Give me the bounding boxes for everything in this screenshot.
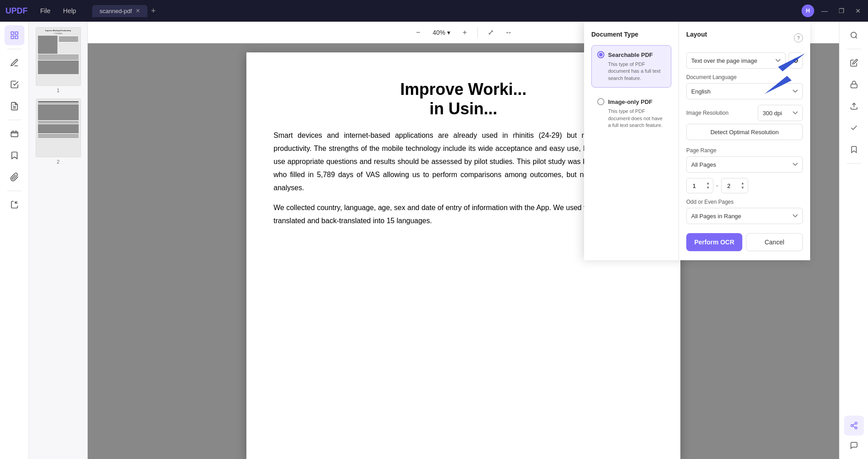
page-from-down[interactable]: ▼	[706, 186, 710, 190]
svg-line-16	[853, 426, 855, 427]
ocr-dialog: Document Type Searchable PDF This type o…	[584, 22, 810, 260]
main-area: Improve Working Productivity in Using Ap…	[0, 22, 868, 459]
page-from-field[interactable]	[689, 183, 706, 189]
fit-width-button[interactable]: ↔	[501, 25, 516, 40]
tool-layers[interactable]	[5, 25, 24, 45]
searchable-pdf-radio[interactable]	[597, 51, 604, 58]
content-area: − 40% ▾ + ⤢ ↔ Improve Worki...in Usin...…	[88, 22, 839, 459]
svg-rect-3	[15, 36, 18, 39]
tool-edit[interactable]	[5, 53, 24, 73]
tool-divider-3	[7, 191, 22, 191]
tool-ocr[interactable]	[5, 124, 24, 144]
nav-help[interactable]: Help	[58, 5, 82, 16]
right-sidebar	[839, 22, 868, 459]
titlebar-right: H — ❐ ✕	[802, 5, 868, 17]
text-placement-select[interactable]: Text over the page image	[686, 52, 786, 69]
searchable-pdf-label: Searchable PDF	[608, 52, 653, 58]
page-from-stepper[interactable]: ▲ ▼	[706, 181, 710, 190]
svg-rect-1	[15, 32, 18, 35]
thumbnail-page-1[interactable]: Improve Working Productivity in Using Ap…	[33, 27, 84, 93]
tab-close-button[interactable]: ✕	[136, 8, 140, 14]
svg-line-7	[15, 201, 17, 203]
page-to-stepper[interactable]: ▲ ▼	[741, 181, 745, 190]
tool-annotate[interactable]	[5, 75, 24, 94]
searchable-pdf-desc: This type of PDF document has a full tex…	[597, 61, 665, 82]
svg-rect-6	[11, 132, 18, 137]
left-sidebar	[0, 22, 29, 459]
page-to-field[interactable]	[724, 183, 741, 189]
perform-ocr-button[interactable]: Perform OCR	[686, 233, 742, 251]
layout-header: Layout ?	[686, 31, 803, 45]
right-upload-button[interactable]	[844, 96, 864, 116]
fit-page-button[interactable]: ⤢	[483, 25, 498, 40]
tool-divider-2	[7, 120, 22, 120]
right-search-button[interactable]	[844, 25, 864, 45]
searchable-pdf-option[interactable]: Searchable PDF This type of PDF document…	[591, 45, 671, 88]
close-button[interactable]: ✕	[852, 5, 864, 16]
language-select[interactable]: English	[686, 83, 803, 99]
page-range-inputs: ▲ ▼ - ▲ ▼	[686, 178, 803, 193]
minimize-button[interactable]: —	[818, 5, 831, 16]
svg-rect-2	[11, 36, 14, 39]
titlebar: UPDF File Help scanned-pdf ✕ + H — ❐ ✕	[0, 0, 868, 22]
page-range-select[interactable]: All Pages	[686, 156, 803, 173]
image-only-label: Image-only PDF	[608, 98, 652, 105]
resolution-select[interactable]: 300 dpi	[758, 105, 803, 121]
image-only-option[interactable]: Image-only PDF This type of PDF document…	[591, 92, 671, 135]
doc-language-section: Document Language	[686, 74, 803, 80]
right-bookmark-button[interactable]	[844, 140, 864, 159]
detect-resolution-button[interactable]: Detect Optimal Resolution	[686, 124, 803, 140]
right-divider-1	[847, 49, 861, 49]
image-only-radio[interactable]	[597, 98, 604, 105]
svg-rect-0	[11, 32, 14, 35]
layout-title: Layout	[686, 31, 707, 38]
help-icon[interactable]: ?	[794, 33, 803, 42]
right-chat-button[interactable]	[844, 436, 864, 455]
maximize-button[interactable]: ❐	[835, 5, 848, 16]
right-lock-button[interactable]	[844, 75, 864, 94]
page-from-input[interactable]: ▲ ▼	[686, 178, 713, 193]
cancel-button[interactable]: Cancel	[746, 233, 803, 251]
zoom-display[interactable]: 40% ▾	[429, 27, 454, 38]
thumb-page-num-1: 1	[57, 88, 59, 93]
action-row: Perform OCR Cancel	[686, 233, 803, 251]
odd-even-select[interactable]: All Pages in Range	[686, 208, 803, 224]
page-to-input[interactable]: ▲ ▼	[721, 178, 748, 193]
tab-area: scanned-pdf ✕ +	[92, 5, 798, 17]
thumb-img-2	[36, 98, 81, 157]
zoom-out-button[interactable]: −	[411, 25, 425, 40]
tool-forms[interactable]	[5, 96, 24, 116]
right-divider-2	[847, 163, 861, 164]
doc-type-title: Document Type	[591, 31, 671, 38]
nav-file[interactable]: File	[35, 5, 56, 16]
svg-line-10	[855, 37, 857, 38]
page-range-dash: -	[716, 182, 718, 189]
image-only-desc: This type of PDF document does not have …	[597, 108, 665, 129]
thumbnails-panel: Improve Working Productivity in Using Ap…	[29, 22, 88, 459]
add-tab-button[interactable]: +	[147, 6, 160, 16]
page-range-label: Page Range	[686, 147, 803, 154]
titlebar-nav: File Help	[35, 5, 81, 16]
zoom-in-button[interactable]: +	[458, 25, 472, 40]
svg-point-13	[855, 422, 857, 425]
tool-stamp[interactable]	[5, 195, 24, 215]
thumb-page-num-2: 2	[57, 159, 59, 164]
right-check-button[interactable]	[844, 118, 864, 138]
svg-point-15	[855, 427, 857, 429]
page-to-up[interactable]: ▲	[741, 181, 745, 186]
image-resolution-label: Image Resolution	[686, 110, 728, 116]
toolbar-sep	[477, 27, 478, 38]
thumbnail-page-2[interactable]: 2	[33, 98, 84, 164]
svg-point-9	[851, 32, 856, 37]
settings-icon-button[interactable]: ⚙	[788, 52, 803, 69]
right-share-button[interactable]	[844, 416, 864, 436]
tool-bookmark[interactable]	[5, 145, 24, 165]
app-logo: UPDF	[5, 6, 28, 16]
svg-rect-11	[851, 84, 857, 88]
page-from-up[interactable]: ▲	[706, 181, 710, 186]
page-to-down[interactable]: ▼	[741, 186, 745, 190]
zoom-level: 40%	[433, 29, 445, 36]
right-edit-button[interactable]	[844, 53, 864, 73]
tool-attach[interactable]	[5, 167, 24, 187]
tab-scanned-pdf[interactable]: scanned-pdf ✕	[92, 5, 147, 17]
